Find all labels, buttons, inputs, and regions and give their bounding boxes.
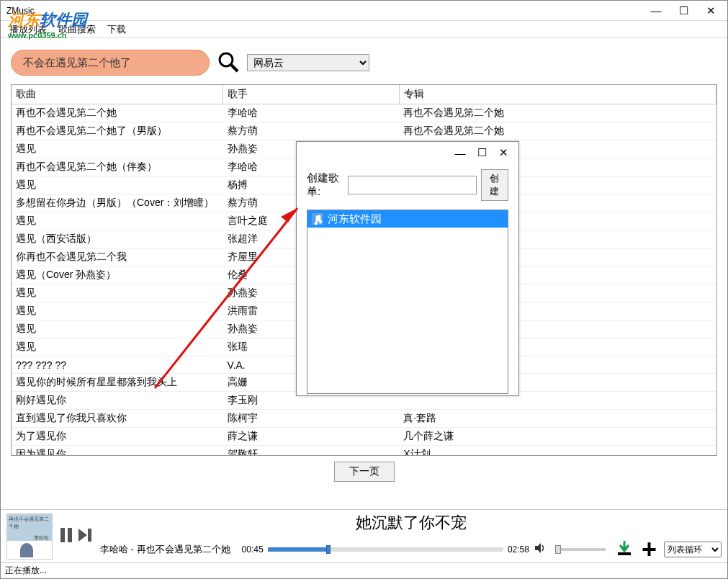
- cell-song: 你再也不会遇见第二个我: [12, 248, 223, 266]
- progress-bar[interactable]: [268, 547, 503, 552]
- playlist-item-label: 河东软件园: [328, 212, 382, 226]
- loop-select[interactable]: 列表循环: [664, 542, 722, 557]
- maximize-icon[interactable]: ☐: [670, 2, 697, 19]
- cell-artist: 薛之谦: [223, 428, 400, 446]
- table-row[interactable]: 再也不会遇见第二个她了（男版）蔡方萌再也不会遇见第二个她: [12, 122, 716, 140]
- svg-rect-3: [68, 528, 72, 542]
- cell-artist: 陈柯宇: [223, 410, 400, 428]
- lyric-text: 她沉默了你不宠: [100, 512, 722, 538]
- time-total: 02:58: [508, 544, 529, 555]
- pause-icon[interactable]: [57, 526, 76, 547]
- dlg-minimize-icon[interactable]: —: [449, 147, 471, 159]
- cell-song: 遇见: [12, 212, 223, 230]
- dlg-close-icon[interactable]: ✕: [493, 146, 514, 159]
- cell-album: 再也不会遇见第二个她: [399, 104, 716, 122]
- add-icon[interactable]: +: [639, 542, 660, 557]
- svg-rect-2: [60, 528, 65, 542]
- cell-album: 真·套路: [399, 410, 716, 428]
- cell-song: ??? ??? ??: [12, 356, 223, 374]
- track-label: 李哈哈 - 再也不会遇见第二个她: [100, 543, 230, 556]
- menu-playlist[interactable]: 播放列表: [5, 22, 51, 37]
- search-input[interactable]: [11, 50, 210, 76]
- cell-song: 遇见: [12, 320, 223, 338]
- cell-song: 再也不会遇见第二个她（伴奏）: [12, 158, 223, 176]
- cell-song: 再也不会遇见第二个她了（男版）: [12, 122, 223, 140]
- svg-marker-4: [78, 529, 87, 542]
- cell-song: 多想留在你身边（男版）（Cover：刘增瞳）: [12, 194, 223, 212]
- menubar: 播放列表 歌曲搜索 下载: [1, 21, 727, 38]
- titlebar: ZMusic — ☐ ✕: [1, 1, 727, 21]
- svg-marker-7: [620, 541, 629, 551]
- playlist-list: 河东软件园: [307, 210, 508, 394]
- create-button[interactable]: 创建: [481, 169, 508, 201]
- close-icon[interactable]: ✕: [697, 2, 724, 19]
- svg-rect-8: [618, 552, 631, 555]
- search-icon[interactable]: [217, 50, 240, 76]
- volume-icon[interactable]: [534, 542, 547, 557]
- col-artist[interactable]: 歌手: [223, 85, 400, 104]
- col-album[interactable]: 专辑: [399, 85, 716, 104]
- cell-artist: 贺敬轩: [223, 446, 400, 457]
- cell-song: 遇见: [12, 302, 223, 320]
- music-note-icon: [310, 212, 325, 226]
- table-row[interactable]: 因为遇见你贺敬轩X计划: [12, 446, 716, 457]
- create-playlist-label: 创建歌单:: [307, 171, 343, 199]
- table-row[interactable]: 再也不会遇见第二个她李哈哈再也不会遇见第二个她: [12, 104, 716, 122]
- create-playlist-dialog: — ☐ ✕ 创建歌单: 创建 河东软件园: [296, 141, 519, 396]
- cell-song: 遇见: [12, 284, 223, 302]
- col-song[interactable]: 歌曲: [12, 85, 223, 104]
- playlist-item[interactable]: 河东软件园: [307, 210, 508, 228]
- svg-line-1: [231, 65, 238, 71]
- cell-song: 遇见: [12, 338, 223, 356]
- table-row[interactable]: 直到遇见了你我只喜欢你陈柯宇真·套路: [12, 410, 716, 428]
- cell-album: 几个薛之谦: [399, 428, 716, 446]
- cell-song: 遇见你的时候所有星星都落到我头上: [12, 374, 223, 392]
- cell-album: X计划: [399, 446, 716, 457]
- download-icon[interactable]: [614, 538, 634, 560]
- cell-song: 直到遇见了你我只喜欢你: [12, 410, 223, 428]
- cell-album: 再也不会遇见第二个她: [399, 122, 716, 140]
- next-track-icon[interactable]: [76, 526, 94, 547]
- cell-song: 因为遇见你: [12, 446, 223, 457]
- status-bar: 正在播放...: [1, 562, 727, 578]
- menu-search[interactable]: 歌曲搜索: [54, 22, 100, 37]
- minimize-icon[interactable]: —: [642, 2, 670, 19]
- svg-rect-5: [88, 529, 91, 542]
- cell-song: 刚好遇见你: [12, 392, 223, 410]
- time-elapsed: 00:45: [242, 544, 264, 555]
- svg-point-0: [220, 53, 233, 66]
- source-select[interactable]: 网易云: [247, 54, 369, 71]
- cell-artist: 蔡方萌: [223, 122, 400, 140]
- player-bar: 再也不会遇见第二个她 李哈哈 她沉默了你不宠 李哈哈 - 再也不会遇见第二个她 …: [1, 509, 727, 562]
- table-row[interactable]: 为了遇见你薛之谦几个薛之谦: [12, 428, 716, 446]
- album-art[interactable]: 再也不会遇见第二个她 李哈哈: [6, 513, 53, 560]
- cell-song: 遇见（西安话版）: [12, 230, 223, 248]
- cell-song: 遇见: [12, 140, 223, 158]
- cell-song: 遇见（Cover 孙燕姿）: [12, 266, 223, 284]
- next-page-button[interactable]: 下一页: [334, 462, 395, 482]
- dlg-maximize-icon[interactable]: ☐: [471, 146, 493, 159]
- cell-song: 为了遇见你: [12, 428, 223, 446]
- playlist-name-input[interactable]: [348, 176, 477, 194]
- cell-song: 遇见: [12, 176, 223, 194]
- cell-song: 再也不会遇见第二个她: [12, 104, 223, 122]
- cell-artist: 李哈哈: [223, 104, 400, 122]
- status-text: 正在播放...: [5, 565, 47, 577]
- volume-slider[interactable]: [555, 548, 606, 551]
- svg-marker-6: [535, 543, 541, 553]
- app-title: ZMusic: [6, 6, 35, 16]
- menu-download[interactable]: 下载: [103, 22, 130, 37]
